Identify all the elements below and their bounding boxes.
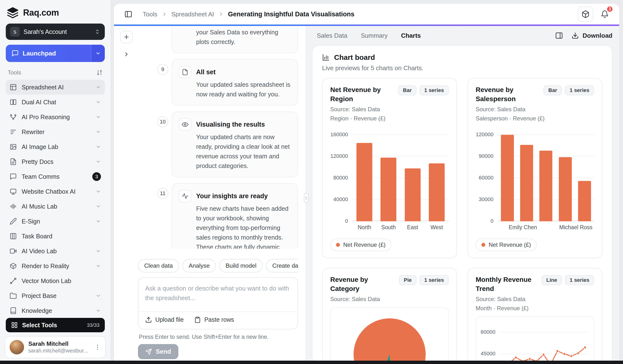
- tab-sales-data[interactable]: Sales Data: [317, 32, 347, 39]
- y-axis: 04000080000120000160000: [330, 128, 352, 221]
- quick-action-analyse[interactable]: Analyse: [182, 259, 216, 273]
- bar-north: [356, 143, 372, 221]
- send-button[interactable]: Send: [138, 344, 178, 359]
- legend-pill: Net Revenue (£): [330, 238, 391, 251]
- y-axis-tick: 0: [490, 218, 493, 224]
- sidebar-item-label: Project Base: [22, 292, 91, 299]
- x-axis-labels: Emily ChenMichael Ross: [498, 224, 594, 232]
- brand[interactable]: Raq.com: [0, 0, 111, 23]
- launchpad-button[interactable]: Launchpad: [6, 45, 105, 62]
- breadcrumb-item: Generating Insightful Data Visualisation…: [228, 11, 355, 18]
- notifications-button[interactable]: 3: [597, 6, 612, 22]
- sort-icon[interactable]: [96, 69, 103, 76]
- user-profile[interactable]: Sarah Mitchell sarah.mitchell@westbur...: [5, 336, 106, 358]
- sidebar-item-label: Team Comms: [22, 173, 88, 180]
- sidebar-item-team-comms[interactable]: Team Comms3: [6, 169, 105, 184]
- chart-type-badge: Bar: [398, 85, 417, 95]
- workspace-tabs-row: Sales DataSummaryCharts Download: [306, 26, 619, 45]
- select-tools-button[interactable]: Select Tools 33/33: [6, 318, 105, 332]
- sidebar-item-task-board[interactable]: Task Board: [6, 229, 105, 244]
- user-email: sarah.mitchell@westbur...: [28, 348, 90, 354]
- y-axis-tick: 80000: [333, 175, 348, 181]
- bars: [352, 128, 449, 221]
- plot-area: [352, 128, 449, 221]
- legend-label: Net Revenue (£): [489, 241, 531, 248]
- chat-panel: your Sales Data so everything plots corr…: [114, 26, 306, 364]
- sidebar-item-spreadsheet-ai[interactable]: Spreadsheet AI: [6, 80, 105, 95]
- step-number: 11: [157, 188, 168, 199]
- reasoning-icon: [10, 113, 17, 121]
- bar-slot: [356, 143, 372, 221]
- pie-chart: [354, 318, 426, 364]
- step-row-11: 11Your insights are readyFive new charts…: [172, 183, 298, 249]
- clipboard-icon: [194, 316, 201, 323]
- kebab-menu-icon[interactable]: [94, 344, 101, 351]
- sidebar-item-label: AI Pro Reasoning: [22, 114, 91, 121]
- integrations-cube-button[interactable]: [578, 6, 593, 22]
- sidebar-item-dual-ai-chat[interactable]: Dual AI Chat: [6, 95, 105, 109]
- sidebar-toggle-button[interactable]: [121, 6, 136, 22]
- step-content: All setYour updated sales spreadsheet is…: [196, 66, 291, 99]
- quick-action-create-dashboard[interactable]: Create dashboard: [266, 259, 298, 273]
- y-axis-tick: 60000: [481, 329, 495, 335]
- bar-chart-icon: [322, 54, 330, 61]
- sidebar-item-e-sign[interactable]: E-Sign: [6, 214, 105, 229]
- collapse-chat-button[interactable]: [120, 48, 133, 61]
- paste-rows-button[interactable]: Paste rows: [194, 316, 234, 323]
- step-icon-box: [179, 190, 191, 202]
- account-switcher[interactable]: s Sarah's Account: [6, 23, 105, 40]
- sidebar-item-website-chatbox-ai[interactable]: Website Chatbox AI: [6, 184, 105, 199]
- quick-action-clean-data[interactable]: Clean data: [138, 259, 179, 273]
- app: Raq.com s Sarah's Account Launchpad Tool…: [0, 0, 623, 364]
- chart-series-badge: 1 series: [565, 275, 594, 285]
- y-axis-tick: 90000: [479, 153, 493, 159]
- chat-input[interactable]: Ask a question or describe what you want…: [145, 283, 291, 311]
- panel-resize-handle[interactable]: [304, 193, 309, 203]
- steps-list: your Sales Data so everything plots corr…: [114, 26, 306, 249]
- chevron-down-icon: [96, 248, 101, 254]
- account-initial-badge: s: [10, 27, 20, 37]
- bar-slot: [578, 181, 591, 221]
- tab-summary[interactable]: Summary: [361, 32, 387, 39]
- legend-row: Net Revenue (£): [476, 232, 594, 251]
- upload-file-button[interactable]: Upload file: [145, 316, 184, 323]
- launchpad-dropdown-button[interactable]: [91, 45, 105, 62]
- sidebar-item-rewriter[interactable]: Rewriter: [6, 125, 105, 139]
- breadcrumb-item[interactable]: Spreadsheet AI: [171, 11, 214, 18]
- y-axis-tick: 120000: [476, 131, 493, 138]
- sidebar-item-pretty-docs[interactable]: Pretty Docs: [6, 154, 105, 169]
- chart-axis-caption: Month · Revenue (£): [476, 305, 594, 312]
- sidebar-item-label: E-Sign: [22, 218, 91, 225]
- download-button[interactable]: Download: [572, 32, 612, 39]
- sidebar-item-knowledge[interactable]: Knowledge: [6, 303, 105, 315]
- tools-section-title: Tools: [8, 69, 21, 76]
- step-card-9: All setYour updated sales spreadsheet is…: [172, 59, 298, 106]
- website-chatbox-icon: [10, 188, 17, 195]
- collapse-panel-button[interactable]: [551, 28, 567, 43]
- sidebar-item-render-to-reality[interactable]: Render to Reality: [6, 258, 105, 273]
- breadcrumb-item[interactable]: Tools: [143, 11, 157, 18]
- sidebar-item-ai-image-lab[interactable]: AI Image Lab: [6, 139, 105, 154]
- bar-slot: [520, 145, 533, 221]
- sidebar-item-ai-music-lab[interactable]: AI Music Lab: [6, 199, 105, 214]
- tab-charts[interactable]: Charts: [401, 32, 421, 39]
- step-number: 10: [157, 116, 168, 127]
- sidebar-item-project-base[interactable]: Project Base: [6, 288, 105, 303]
- chevron-right-icon: [219, 12, 224, 17]
- chart-series-badge: 1 series: [420, 85, 449, 95]
- sidebar-item-vector-motion-lab[interactable]: Vector Motion Lab: [6, 273, 105, 288]
- launchpad-icon: [12, 50, 19, 57]
- y-axis-tick: 30000: [479, 196, 493, 203]
- step-content: Visualising the resultsYour updated char…: [196, 118, 291, 171]
- file-icon: [182, 69, 188, 75]
- chart-axis-caption: Salesperson · Revenue (£): [476, 115, 594, 122]
- drag-dots-icon: [304, 195, 308, 201]
- sidebar-item-ai-video-lab[interactable]: AI Video Lab: [6, 244, 105, 258]
- sidebar-item-label: AI Video Lab: [22, 248, 91, 255]
- x-axis-label: Michael Ross: [559, 224, 593, 231]
- sidebar-item-label: Knowledge: [22, 307, 91, 314]
- video-lab-icon: [10, 247, 17, 255]
- quick-action-build-model[interactable]: Build model: [219, 259, 263, 273]
- new-chat-button[interactable]: [120, 31, 133, 43]
- sidebar-item-ai-pro-reasoning[interactable]: AI Pro Reasoning: [6, 109, 105, 125]
